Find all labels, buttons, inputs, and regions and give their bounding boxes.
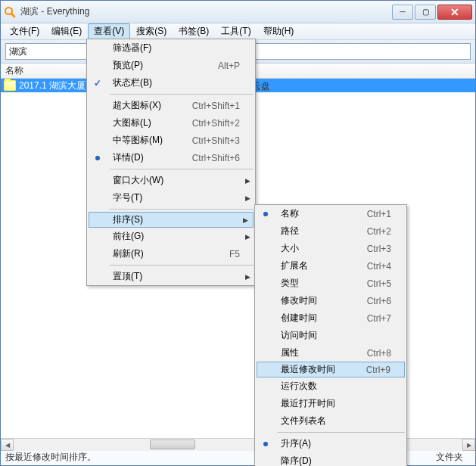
menu-entry[interactable]: 详情(D)Ctrl+Shift+6 [87, 149, 255, 166]
menu-check-gutter [255, 412, 276, 430]
menu-entry[interactable]: 降序(D) [255, 452, 406, 466]
menu-label: 超大图标(X) [108, 99, 174, 112]
menu-label: 最近修改时间 [276, 363, 348, 376]
menu-label: 筛选器(F) [108, 42, 240, 54]
menu-label: 路径 [276, 225, 349, 238]
menu-shortcut: Ctrl+8 [349, 348, 391, 359]
menu-check-gutter [255, 395, 276, 412]
menu-entry[interactable]: 运行次数 [255, 377, 406, 395]
menu-entry[interactable]: 名称Ctrl+1 [255, 205, 406, 222]
menu-shortcut: Ctrl+Shift+1 [174, 101, 240, 111]
menu-entry[interactable]: ✓状态栏(B) [87, 74, 255, 92]
menu-entry[interactable]: 排序(S)▶ [89, 212, 254, 228]
menu-entry[interactable]: 筛选器(F) [87, 39, 255, 57]
menu-entry[interactable]: 路径Ctrl+2 [255, 222, 406, 240]
menu-shortcut: Ctrl+2 [349, 226, 391, 237]
menu-label: 详情(D) [108, 151, 174, 164]
menu-entry[interactable]: 创建时间Ctrl+7 [255, 309, 406, 327]
file-name: 2017.1 湖滨大厦 [19, 79, 86, 92]
menu-label: 创建时间 [276, 312, 349, 325]
menu-label: 运行次数 [276, 380, 391, 393]
menu-entry[interactable]: 预览(P)Alt+P [87, 57, 255, 74]
checkmark-icon: ✓ [94, 78, 101, 89]
menu-label: 最近打开时间 [276, 397, 391, 410]
menu-entry[interactable]: 修改时间Ctrl+6 [255, 292, 406, 309]
menu-shortcut: Ctrl+4 [349, 261, 391, 272]
scroll-thumb[interactable] [150, 440, 195, 449]
menu-separator [110, 94, 254, 95]
minimize-button[interactable]: ─ [392, 5, 413, 20]
menu-check-gutter [255, 327, 276, 344]
menu-shortcut: Ctrl+9 [348, 365, 390, 375]
menu-entry[interactable]: 中等图标(M)Ctrl+Shift+3 [87, 132, 255, 149]
menu-check-gutter [255, 240, 276, 257]
menu-item[interactable]: 搜索(S) [130, 23, 173, 39]
menu-label: 窗口大小(W) [108, 174, 240, 187]
menu-entry[interactable]: 超大图标(X)Ctrl+Shift+1 [87, 97, 255, 114]
menu-entry[interactable]: 最近打开时间 [255, 395, 406, 412]
submenu-arrow-icon: ▶ [245, 177, 250, 185]
menu-label: 中等图标(M) [108, 134, 174, 147]
menu-entry[interactable]: 升序(A) [255, 435, 406, 452]
menu-shortcut: Ctrl+Shift+2 [174, 118, 240, 129]
menu-item[interactable]: 帮助(H) [257, 23, 300, 39]
menu-entry[interactable]: 扩展名Ctrl+4 [255, 257, 406, 275]
menu-item[interactable]: 工具(T) [215, 23, 257, 39]
maximize-button[interactable]: ▢ [415, 5, 436, 20]
radio-dot-icon [95, 156, 100, 160]
menu-entry[interactable]: 窗口大小(W)▶ [87, 172, 255, 189]
submenu-arrow-icon: ▶ [245, 194, 250, 202]
menu-entry[interactable]: 类型Ctrl+5 [255, 275, 406, 292]
menu-check-gutter [87, 97, 108, 114]
menu-label: 刷新(R) [108, 247, 211, 260]
scroll-right-button[interactable]: ▶ [462, 439, 475, 451]
menu-item[interactable]: 编辑(E) [45, 23, 88, 39]
menu-item[interactable]: 查看(V) [88, 23, 130, 39]
menu-check-gutter [87, 268, 108, 285]
menu-entry[interactable]: 字号(T)▶ [87, 189, 255, 207]
menu-item[interactable]: 文件(F) [4, 23, 45, 39]
menu-label: 大图标(L) [108, 116, 174, 129]
menu-label: 状态栏(B) [108, 76, 240, 89]
menu-check-gutter [87, 228, 108, 245]
menu-check-gutter [255, 257, 276, 275]
titlebar[interactable]: 湖滨 - Everything ─ ▢ ✕ [1, 1, 475, 23]
status-text: 按最近修改时间排序。 [5, 451, 96, 464]
menu-shortcut: Ctrl+3 [349, 244, 391, 254]
menu-shortcut: Ctrl+6 [349, 296, 391, 306]
menu-entry[interactable]: 访问时间 [255, 327, 406, 344]
menu-entry[interactable]: 大小Ctrl+3 [255, 240, 406, 257]
menu-item[interactable]: 书签(B) [173, 23, 215, 39]
menu-shortcut: Alt+P [200, 61, 240, 71]
scroll-left-button[interactable]: ◀ [1, 439, 14, 451]
menu-label: 访问时间 [276, 329, 391, 342]
submenu-arrow-icon: ▶ [243, 216, 248, 224]
menu-label: 降序(D) [276, 455, 391, 466]
menu-check-gutter: ✓ [87, 74, 108, 92]
menu-shortcut: Ctrl+1 [349, 209, 391, 219]
menu-entry[interactable]: 文件列表名 [255, 412, 406, 430]
menu-label: 属性 [276, 346, 349, 359]
menu-label: 名称 [276, 207, 349, 220]
close-button[interactable]: ✕ [437, 5, 472, 20]
menu-shortcut: Ctrl+7 [349, 313, 391, 324]
menu-entry[interactable]: 刷新(R)F5 [87, 245, 255, 263]
radio-dot-icon [263, 442, 268, 446]
menu-entry[interactable]: 属性Ctrl+8 [255, 344, 406, 362]
menu-label: 大小 [276, 242, 349, 255]
menu-entry[interactable]: 前往(G)▶ [87, 228, 255, 245]
menu-check-gutter [89, 213, 108, 227]
menu-entry[interactable]: 置顶(T)▶ [87, 268, 255, 285]
menu-label: 扩展名 [276, 259, 349, 272]
menu-label: 类型 [276, 277, 349, 290]
menu-entry[interactable]: 大图标(L)Ctrl+Shift+2 [87, 114, 255, 132]
menu-check-gutter [87, 114, 108, 132]
app-icon [4, 6, 16, 18]
menu-label: 预览(P) [108, 59, 200, 72]
svg-line-1 [11, 14, 14, 17]
menu-shortcut: F5 [211, 249, 240, 259]
submenu-arrow-icon: ▶ [245, 233, 250, 241]
menu-check-gutter [255, 435, 276, 452]
menu-check-gutter [87, 57, 108, 74]
menu-entry[interactable]: 最近修改时间Ctrl+9 [257, 362, 405, 377]
